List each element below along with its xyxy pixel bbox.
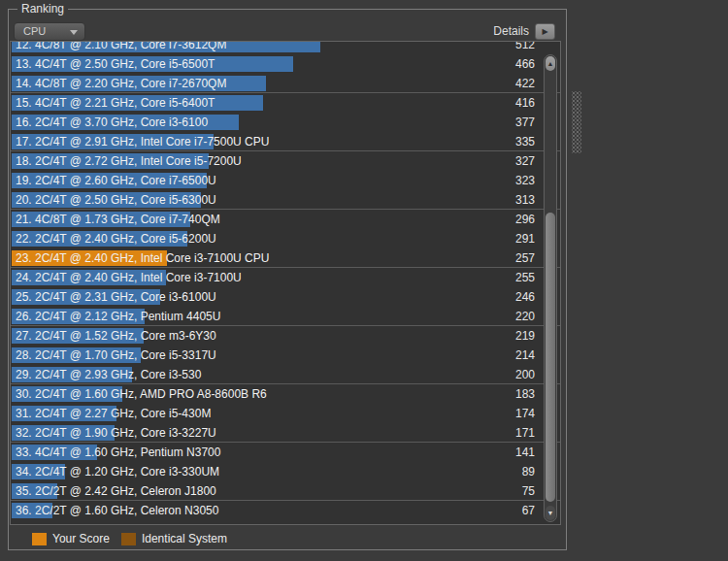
splitter-grip[interactable] [572,91,581,153]
ranking-row[interactable]: 12. 4C/8T @ 2.10 GHz, Core i7-3612QM 512 [11,41,560,54]
arrow-up-icon: ▲ [547,60,554,67]
ranking-row[interactable]: 26. 2C/4T @ 2.12 GHz, Pentium 4405U 220 [11,307,560,326]
cpu-score: 214 [515,346,535,365]
cpu-label: 26. 2C/4T @ 2.12 GHz, Pentium 4405U [16,307,220,326]
ranking-row[interactable]: 15. 4C/4T @ 2.21 GHz, Core i5-6400T 416 [11,93,560,113]
cpu-score: 313 [515,190,535,210]
benchmark-type-dropdown[interactable]: CPU [14,22,85,41]
details-expand-button[interactable]: ▶ [535,23,555,40]
ranking-row[interactable]: 21. 4C/8T @ 1.73 GHz, Core i7-740QM 296 [11,210,560,229]
panel-title: Ranking [17,2,68,16]
ranking-row[interactable]: 25. 2C/4T @ 2.31 GHz, Core i3-6100U 246 [11,287,560,307]
cpu-label: 18. 2C/4T @ 2.72 GHz, Intel Core i5-7200… [16,151,242,171]
ranking-row[interactable]: 24. 2C/4T @ 2.40 GHz, Intel Core i3-7100… [11,268,560,287]
cpu-label: 19. 2C/4T @ 2.60 GHz, Core i7-6500U [16,171,216,190]
cpu-score: 200 [515,365,535,384]
ranking-row[interactable]: 16. 2C/4T @ 3.70 GHz, Core i3-6100 377 [11,113,560,132]
ranking-row[interactable]: 32. 2C/4T @ 1.90 GHz, Core i3-3227U 171 [11,423,560,443]
cpu-label: 34. 2C/4T @ 1.20 GHz, Core i3-330UM [16,462,219,481]
cpu-label: 17. 2C/4T @ 2.91 GHz, Intel Core i7-7500… [16,132,269,151]
cpu-score: 416 [515,93,535,113]
ranking-row[interactable]: 30. 2C/4T @ 1.60 GHz, AMD PRO A8-8600B R… [11,384,560,404]
cpu-label: 25. 2C/4T @ 2.31 GHz, Core i3-6100U [16,287,216,307]
cpu-label: 12. 4C/8T @ 2.10 GHz, Core i7-3612QM [16,41,226,54]
legend-item-your-score: Your Score [32,532,110,545]
chevron-down-icon [70,30,78,35]
cpu-label: 22. 2C/4T @ 2.40 GHz, Core i5-6200U [16,229,216,248]
legend-item-identical-system: Identical System [121,532,227,545]
ranking-row[interactable]: 14. 4C/8T @ 2.20 GHz, Core i7-2670QM 422 [11,74,560,93]
cpu-score: 291 [515,229,535,248]
cpu-score: 255 [515,268,535,287]
cpu-label: 36. 2C/2T @ 1.60 GHz, Celeron N3050 [16,501,218,520]
cpu-score: 141 [515,443,535,462]
cpu-score: 296 [515,210,535,229]
cpu-score: 466 [515,54,535,74]
dropdown-selected-value: CPU [23,25,46,37]
cpu-label: 28. 2C/4T @ 1.70 GHz, Core i5-3317U [16,346,216,365]
cpu-score: 377 [515,113,535,132]
cpu-label: 23. 2C/4T @ 2.40 GHz, Intel Core i3-7100… [16,248,269,268]
ranking-row[interactable]: 35. 2C/2T @ 2.42 GHz, Celeron J1800 75 [11,481,560,501]
cpu-score: 335 [515,132,535,151]
cpu-label: 24. 2C/4T @ 2.40 GHz, Intel Core i3-7100… [16,268,242,287]
identical-system-swatch [121,533,136,545]
your-score-swatch [32,533,47,545]
cpu-score: 323 [515,171,535,190]
ranking-list-inner: 12. 4C/8T @ 2.10 GHz, Core i7-3612QM 512… [11,41,560,520]
cpu-score: 512 [515,41,535,54]
cpu-score: 174 [515,404,535,423]
cpu-label: 15. 4C/4T @ 2.21 GHz, Core i5-6400T [16,93,215,113]
cpu-label: 31. 2C/4T @ 2.27 GHz, Core i5-430M [16,404,211,423]
ranking-row[interactable]: 13. 4C/4T @ 2.50 GHz, Core i5-6500T 466 [11,54,560,74]
cpu-score: 257 [515,248,535,268]
legend-label: Your Score [52,532,110,545]
legend-label: Identical System [142,532,227,545]
ranking-row[interactable]: 22. 2C/4T @ 2.40 GHz, Core i5-6200U 291 [11,229,560,248]
ranking-row[interactable]: 28. 2C/4T @ 1.70 GHz, Core i5-3317U 214 [11,346,560,365]
ranking-row[interactable]: 23. 2C/4T @ 2.40 GHz, Intel Core i3-7100… [11,248,560,268]
cpu-label: 13. 4C/4T @ 2.50 GHz, Core i5-6500T [16,54,215,74]
cpu-label: 32. 2C/4T @ 1.90 GHz, Core i3-3227U [16,423,216,443]
cpu-label: 27. 2C/4T @ 1.52 GHz, Core m3-6Y30 [16,326,216,346]
legend: Your Score Identical System [32,532,239,545]
ranking-row[interactable]: 20. 2C/4T @ 2.50 GHz, Core i5-6300U 313 [11,190,560,210]
cpu-label: 35. 2C/2T @ 2.42 GHz, Celeron J1800 [16,481,216,501]
ranking-row[interactable]: 31. 2C/4T @ 2.27 GHz, Core i5-430M 174 [11,404,560,423]
cpu-label: 29. 2C/4T @ 2.93 GHz, Core i3-530 [16,365,201,384]
arrow-right-icon: ▶ [542,27,547,36]
cpu-score: 327 [515,151,535,171]
cpu-score: 219 [515,326,535,346]
cpu-label: 30. 2C/4T @ 1.60 GHz, AMD PRO A8-8600B R… [16,384,267,404]
app-window: { "panel": { "title": "Ranking" }, "tool… [0,0,728,561]
cpu-score: 246 [515,287,535,307]
scroll-up-button[interactable]: ▲ [546,56,555,71]
vertical-scrollbar[interactable]: ▲ ▼ [544,54,557,522]
ranking-row[interactable]: 29. 2C/4T @ 2.93 GHz, Core i3-530 200 [11,365,560,384]
cpu-label: 33. 4C/4T @ 1.60 GHz, Pentium N3700 [16,443,220,462]
cpu-score: 89 [522,462,535,481]
arrow-down-icon: ▼ [547,510,554,516]
cpu-score: 171 [515,423,535,443]
ranking-row[interactable]: 27. 2C/4T @ 1.52 GHz, Core m3-6Y30 219 [11,326,560,346]
scroll-down-button[interactable]: ▼ [546,506,555,520]
cpu-label: 21. 4C/8T @ 1.73 GHz, Core i7-740QM [16,210,220,229]
ranking-row[interactable]: 18. 2C/4T @ 2.72 GHz, Intel Core i5-7200… [11,151,560,171]
cpu-score: 75 [522,481,535,501]
ranking-row[interactable]: 17. 2C/4T @ 2.91 GHz, Intel Core i7-7500… [11,132,560,151]
ranking-row[interactable]: 34. 2C/4T @ 1.20 GHz, Core i3-330UM 89 [11,462,560,481]
ranking-row[interactable]: 36. 2C/2T @ 1.60 GHz, Celeron N3050 67 [11,501,560,520]
cpu-label: 16. 2C/4T @ 3.70 GHz, Core i3-6100 [16,113,208,132]
cpu-score: 422 [515,74,535,93]
details-label: Details [417,24,529,38]
cpu-label: 14. 4C/8T @ 2.20 GHz, Core i7-2670QM [16,74,226,93]
cpu-score: 220 [515,307,535,326]
ranking-row[interactable]: 33. 4C/4T @ 1.60 GHz, Pentium N3700 141 [11,443,560,462]
ranking-row[interactable]: 19. 2C/4T @ 2.60 GHz, Core i7-6500U 323 [11,171,560,190]
ranking-list: 12. 4C/8T @ 2.10 GHz, Core i7-3612QM 512… [10,41,561,525]
cpu-score: 183 [515,384,535,404]
scrollbar-thumb[interactable] [546,213,555,502]
cpu-label: 20. 2C/4T @ 2.50 GHz, Core i5-6300U [16,190,216,210]
cpu-score: 67 [522,501,535,520]
